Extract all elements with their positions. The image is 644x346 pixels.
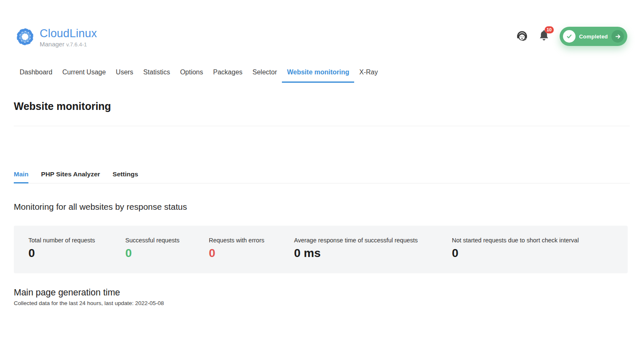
stat-label: Successful requests	[125, 237, 209, 244]
stat-label: Not started requests due to short check …	[452, 237, 579, 244]
brand-subtitle: Manager v.7.6.4-1	[40, 41, 97, 48]
generation-time-heading: Main page generation time	[14, 287, 629, 298]
brand-text: CloudLinux Manager v.7.6.4-1	[40, 28, 97, 48]
nav-tab-x-ray[interactable]: X-Ray	[354, 69, 383, 83]
status-label: Completed	[576, 33, 611, 40]
nav-tab-website-monitoring[interactable]: Website monitoring	[282, 69, 354, 83]
subtabs: Main PHP Sites Analyzer Settings	[14, 170, 630, 183]
stat-not-started-requests: Not started requests due to short check …	[452, 237, 579, 273]
stat-total-requests: Total number of requests 0	[28, 237, 125, 273]
notification-count-badge: 10	[545, 26, 554, 33]
nav-tab-current-usage[interactable]: Current Usage	[57, 69, 111, 83]
stat-average-response-time: Average response time of successful requ…	[294, 237, 452, 273]
headset-support-icon[interactable]	[516, 30, 528, 43]
main-nav: Dashboard Current Usage Users Statistics…	[0, 69, 644, 83]
stat-value: 0	[452, 247, 579, 260]
arrow-right-icon	[611, 30, 624, 43]
cloudlinux-manager-page: CloudLinux Manager v.7.6.4-1	[0, 0, 644, 346]
nav-tab-users[interactable]: Users	[111, 69, 138, 83]
nav-tab-selector[interactable]: Selector	[248, 69, 282, 83]
stat-value: 0	[209, 247, 294, 260]
stat-label: Average response time of successful requ…	[294, 237, 452, 244]
monitoring-heading: Monitoring for all websites by response …	[14, 202, 629, 212]
check-icon	[563, 30, 576, 43]
stat-value: 0	[125, 247, 209, 260]
swirl-logo-icon	[15, 26, 35, 49]
brand-name: CloudLinux	[40, 28, 97, 39]
subtab-php-sites-analyzer[interactable]: PHP Sites Analyzer	[41, 170, 100, 183]
stat-value: 0	[28, 247, 125, 260]
header: CloudLinux Manager v.7.6.4-1	[0, 0, 644, 49]
title-divider	[14, 126, 630, 126]
subtab-settings[interactable]: Settings	[113, 170, 138, 183]
stat-value: 0 ms	[294, 247, 452, 260]
brand-version: v.7.6.4-1	[66, 41, 87, 48]
stat-requests-with-errors: Requests with errors 0	[209, 237, 294, 273]
nav-tab-packages[interactable]: Packages	[208, 69, 247, 83]
generation-time-subtext: Collected data for the last 24 hours, la…	[14, 300, 629, 306]
page-title: Website monitoring	[14, 100, 629, 112]
stat-label: Requests with errors	[209, 237, 294, 244]
stat-label: Total number of requests	[28, 237, 125, 244]
status-completed-button[interactable]: Completed	[560, 27, 627, 46]
brand-product: Manager	[40, 41, 64, 48]
subtab-main[interactable]: Main	[14, 170, 28, 183]
nav-tab-dashboard[interactable]: Dashboard	[15, 69, 57, 83]
nav-tab-options[interactable]: Options	[175, 69, 208, 83]
notifications-button[interactable]: 10	[538, 30, 550, 43]
brand-logo[interactable]: CloudLinux Manager v.7.6.4-1	[15, 26, 97, 49]
header-actions: 10 Completed	[516, 27, 627, 46]
nav-tab-statistics[interactable]: Statistics	[138, 69, 175, 83]
stats-bar: Total number of requests 0 Successful re…	[14, 226, 628, 273]
stat-successful-requests: Successful requests 0	[125, 237, 209, 273]
